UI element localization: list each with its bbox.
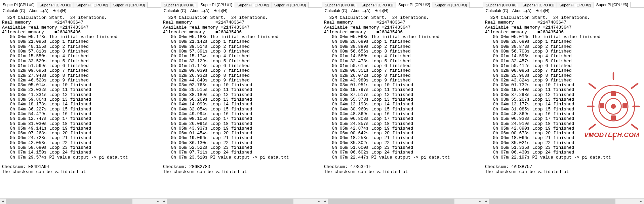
tab-cpu-2[interactable]: Super PI [CPU #2] <box>557 2 594 8</box>
tab-cpu-2[interactable]: Super PI [CPU #2] <box>235 2 272 8</box>
tab-cpu-1[interactable]: Super PI [CPU #1] <box>359 2 396 8</box>
horizontal-scrollbar[interactable]: ◄► <box>322 198 483 204</box>
scroll-track[interactable] <box>489 199 638 204</box>
menu-calculate[interactable]: Calculate(C) <box>323 8 349 13</box>
tab-cpu-2[interactable]: Super PI [CPU #2] <box>74 2 111 8</box>
horizontal-scrollbar[interactable]: ◄► <box>483 198 644 204</box>
tab-cpu-3[interactable]: Super PI [CPU #3] <box>433 2 470 8</box>
scroll-thumb[interactable] <box>328 199 454 204</box>
tab-cpu-2[interactable]: Super PI [CPU #2] <box>396 2 433 8</box>
superpi-window-0: Super PI [CPU #0]Super PI [CPU #1]Super … <box>0 0 161 204</box>
scroll-track[interactable] <box>167 199 316 204</box>
scroll-thumb[interactable] <box>489 199 615 204</box>
scroll-right-icon[interactable]: ► <box>155 199 161 204</box>
tab-cpu-0[interactable]: Super PI [CPU #0] <box>483 2 520 8</box>
scroll-track[interactable] <box>328 199 477 204</box>
output-area: 32M Calculation Start. 24 iterations. Re… <box>483 14 644 198</box>
menu-calculate[interactable]: Calculate(C) <box>162 8 188 13</box>
scroll-right-icon[interactable]: ► <box>477 199 483 204</box>
menubar: Calculate(C)About...(A)Help(H) <box>161 7 322 14</box>
menubar: Calculate(C)About...(A)Help(H) <box>322 7 483 14</box>
scroll-left-icon[interactable]: ◄ <box>0 199 6 204</box>
menubar: Calculate(C)About...(A)Help(H) <box>483 7 644 14</box>
menu-calculate[interactable]: Calculate(C) <box>484 8 510 13</box>
tab-cpu-0[interactable]: Super PI [CPU #0] <box>0 2 37 8</box>
tab-row: Super PI [CPU #0]Super PI [CPU #1]Super … <box>483 0 644 7</box>
tab-cpu-1[interactable]: Super PI [CPU #1] <box>37 2 74 8</box>
tab-cpu-3[interactable]: Super PI [CPU #3] <box>111 2 148 8</box>
scroll-track[interactable] <box>6 199 155 204</box>
tab-cpu-1[interactable]: Super PI [CPU #1] <box>520 2 557 8</box>
scroll-left-icon[interactable]: ◄ <box>483 199 489 204</box>
menu-about[interactable]: About...(A) <box>188 8 211 13</box>
scroll-thumb[interactable] <box>6 199 132 204</box>
output-area: 32M Calculation Start. 24 iterations. Re… <box>0 14 161 198</box>
tab-cpu-1[interactable]: Super PI [CPU #1] <box>198 2 235 8</box>
scroll-right-icon[interactable]: ► <box>638 199 644 204</box>
superpi-window-2: Super PI [CPU #0]Super PI [CPU #1]Super … <box>322 0 483 204</box>
tab-cpu-3[interactable]: Super PI [CPU #3] <box>272 2 309 8</box>
tab-row: Super PI [CPU #0]Super PI [CPU #1]Super … <box>161 0 322 7</box>
horizontal-scrollbar[interactable]: ◄► <box>161 198 322 204</box>
menubar: Calculate(C)About...(A)Help(H) <box>0 7 161 14</box>
output-area: 32M Calculation Start. 24 iterations. Re… <box>161 14 322 198</box>
scroll-left-icon[interactable]: ◄ <box>161 199 167 204</box>
superpi-window-1: Super PI [CPU #0]Super PI [CPU #1]Super … <box>161 0 322 204</box>
output-area: 32M Calculation Start. 24 iterations. Re… <box>322 14 483 198</box>
menu-about[interactable]: About...(A) <box>27 8 50 13</box>
tab-cpu-3[interactable]: Super PI [CPU #3] <box>594 2 631 8</box>
scroll-right-icon[interactable]: ► <box>316 199 322 204</box>
tab-cpu-0[interactable]: Super PI [CPU #0] <box>322 2 359 8</box>
menu-about[interactable]: About...(A) <box>349 8 372 13</box>
menu-help[interactable]: Help(H) <box>211 8 229 13</box>
menu-help[interactable]: Help(H) <box>50 8 68 13</box>
tab-row: Super PI [CPU #0]Super PI [CPU #1]Super … <box>0 0 161 7</box>
tab-cpu-0[interactable]: Super PI [CPU #0] <box>161 2 198 8</box>
tab-row: Super PI [CPU #0]Super PI [CPU #1]Super … <box>322 0 483 7</box>
menu-calculate[interactable]: Calculate(C) <box>1 8 27 13</box>
scroll-thumb[interactable] <box>167 199 293 204</box>
scroll-left-icon[interactable]: ◄ <box>322 199 328 204</box>
horizontal-scrollbar[interactable]: ◄► <box>0 198 161 204</box>
menu-help[interactable]: Help(H) <box>372 8 390 13</box>
superpi-window-3: Super PI [CPU #0]Super PI [CPU #1]Super … <box>483 0 644 204</box>
menu-help[interactable]: Help(H) <box>533 8 551 13</box>
menu-about[interactable]: About...(A) <box>510 8 533 13</box>
